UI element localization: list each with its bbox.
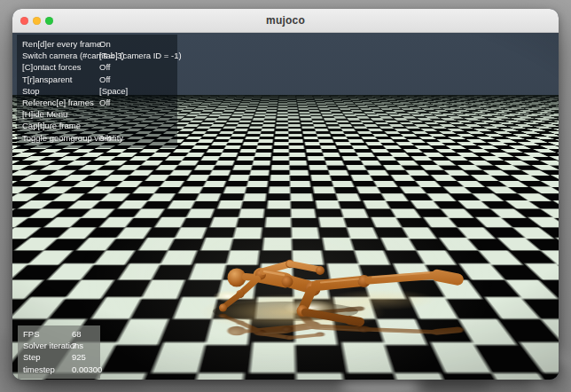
- stat-value: 68: [72, 328, 100, 340]
- menu-value: Off: [99, 74, 177, 85]
- title-bar[interactable]: mujoco: [12, 9, 559, 33]
- menu-row: [C]ontact forcesOff: [17, 61, 177, 73]
- menu-row: Stop[Space]: [17, 85, 177, 97]
- menu-label: Cap[t]ure frame: [22, 120, 99, 131]
- stat-row: timestep0.00300: [18, 364, 100, 375]
- menu-label: T[r]ansparent: [22, 74, 99, 85]
- stat-value: 925: [72, 351, 100, 363]
- desktop-photo-fragment: [30, 379, 145, 392]
- stat-label: Solver iterations: [23, 340, 72, 351]
- window-title: mujoco: [12, 14, 559, 27]
- menu-label: Referenc[e] frames: [22, 97, 99, 108]
- stat-label: timestep: [23, 364, 72, 375]
- menu-value: Off: [99, 61, 177, 73]
- menu-row: Toggle geomgroup visibility0-4: [17, 132, 177, 144]
- menu-row: Cap[t]ure frame: [17, 120, 177, 131]
- stats-overlay: FPS68 Solver iterations7 Step925 timeste…: [18, 325, 100, 379]
- menu-row: Referenc[e] framesOff: [17, 97, 177, 108]
- stat-row: FPS68: [18, 328, 100, 340]
- stat-value: 7: [72, 340, 100, 351]
- stat-row: Solver iterations7: [18, 340, 100, 351]
- menu-label: [H]ide Menu: [22, 108, 99, 120]
- menu-label: Switch camera (#cams = 3): [22, 50, 99, 61]
- menu-row: Switch camera (#cams = 3)[Tab] (camera I…: [17, 50, 177, 61]
- help-menu-overlay: Ren[d]er every frameOn Switch camera (#c…: [17, 35, 177, 148]
- menu-value: [99, 108, 177, 120]
- menu-value: Off: [99, 97, 177, 108]
- mujoco-window: mujoco: [12, 9, 559, 380]
- stat-row: Step925: [18, 351, 100, 363]
- menu-row: T[r]ansparentOff: [17, 74, 177, 85]
- menu-value: [99, 120, 177, 131]
- menu-label: Ren[d]er every frame: [22, 38, 99, 50]
- menu-value: On: [99, 38, 177, 50]
- desktop-photo-fragment: [415, 378, 491, 392]
- menu-label: Toggle geomgroup visibility: [22, 132, 99, 144]
- stat-value: 0.00300: [72, 364, 102, 375]
- menu-row: [H]ide Menu: [17, 108, 177, 120]
- menu-value: [Tab] (camera ID = -1): [99, 50, 182, 61]
- menu-value: 0-4: [99, 132, 177, 144]
- menu-row: Ren[d]er every frameOn: [17, 38, 177, 50]
- stat-label: Step: [23, 351, 72, 363]
- menu-label: [C]ontact forces: [22, 61, 99, 73]
- simulation-viewport[interactable]: Ren[d]er every frameOn Switch camera (#c…: [12, 33, 559, 380]
- menu-label: Stop: [22, 85, 99, 97]
- desktop: { "window": { "title": "mujoco", "contro…: [0, 0, 571, 392]
- floor-glow: [326, 289, 436, 310]
- menu-value: [Space]: [99, 85, 177, 97]
- stat-label: FPS: [23, 328, 72, 340]
